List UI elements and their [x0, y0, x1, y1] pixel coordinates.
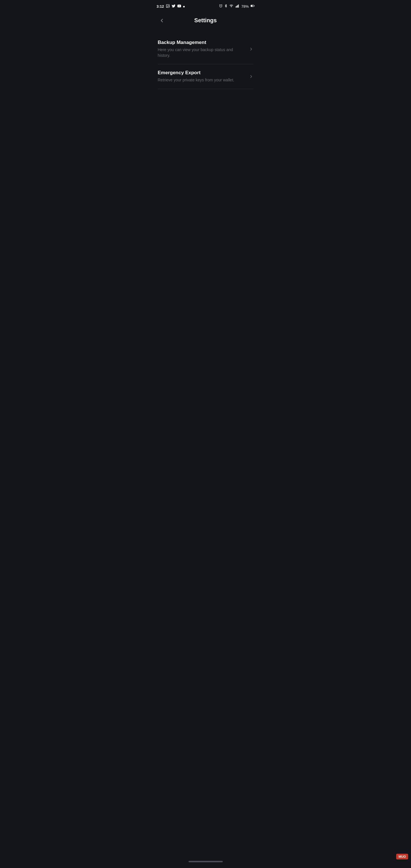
page-title: Settings	[194, 17, 217, 24]
svg-point-1	[167, 5, 167, 6]
back-button[interactable]	[158, 17, 166, 25]
backup-management-chevron-icon	[249, 47, 253, 52]
content: Backup Management Here you can view your…	[152, 28, 259, 95]
svg-point-6	[231, 7, 231, 7]
emergency-export-chevron-icon	[249, 74, 253, 79]
svg-line-4	[220, 4, 220, 5]
battery-icon	[251, 4, 255, 8]
svg-rect-12	[254, 5, 254, 6]
photo-icon	[166, 4, 170, 9]
backup-management-description: Here you can view your backup status and…	[158, 47, 246, 58]
time-display: 3:12	[157, 4, 164, 8]
home-indicator	[188, 861, 223, 862]
status-bar: 3:12 ●	[152, 0, 259, 12]
wifi-icon	[229, 4, 233, 8]
emergency-export-description: Retrieve your private keys from your wal…	[158, 78, 246, 83]
youtube-icon	[177, 4, 181, 9]
svg-line-5	[222, 4, 222, 5]
header: Settings	[152, 12, 259, 28]
twitter-icon	[171, 4, 176, 9]
back-arrow-icon	[159, 18, 165, 23]
svg-rect-7	[236, 6, 236, 7]
battery-percentage: 78%	[241, 4, 249, 8]
dot-icon: ●	[183, 4, 185, 8]
alarm-icon	[219, 4, 223, 8]
signal-icon	[235, 4, 240, 8]
bottom-bar	[152, 858, 259, 868]
svg-rect-8	[236, 6, 237, 7]
svg-rect-9	[238, 5, 238, 8]
bluetooth-icon	[224, 4, 227, 8]
backup-management-content: Backup Management Here you can view your…	[158, 40, 249, 58]
status-bar-right: 78%	[219, 4, 254, 8]
status-bar-left: 3:12 ●	[157, 4, 185, 9]
emergency-export-content: Emergency Export Retrieve your private k…	[158, 70, 249, 83]
emergency-export-item[interactable]: Emergency Export Retrieve your private k…	[152, 64, 259, 89]
svg-rect-10	[238, 5, 239, 8]
backup-management-item[interactable]: Backup Management Here you can view your…	[152, 34, 259, 64]
emergency-export-title: Emergency Export	[158, 70, 246, 76]
backup-management-title: Backup Management	[158, 40, 246, 45]
